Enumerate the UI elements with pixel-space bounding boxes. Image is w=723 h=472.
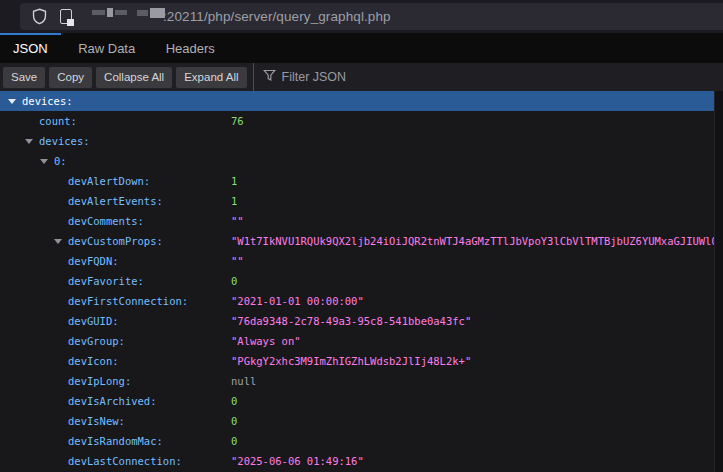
json-value: null [231,371,256,391]
json-viewer-tab-strip: JSON Raw Data Headers [0,33,723,63]
expander-arrow-icon[interactable] [8,99,16,104]
tab-json[interactable]: JSON [0,33,61,63]
redacted-host [92,3,167,30]
tree-row[interactable]: devGroup:"Always on" [0,331,714,351]
vertical-scrollbar[interactable] [714,91,723,472]
redacted-block [107,8,113,17]
json-key: devices: [22,91,73,111]
tree-row[interactable]: devIsNew:0 [0,411,714,431]
json-key: devIsArchived: [68,391,157,411]
tree-row[interactable]: devAlertDown:1 [0,171,714,191]
json-key: devIcon: [68,351,119,371]
json-key: devAlertDown: [68,171,150,191]
redacted-block [92,10,105,15]
json-key: devIpLong: [68,371,131,391]
tree-row[interactable]: devFQDN:"" [0,251,714,271]
json-value: "" [231,251,244,271]
json-rows: devices:count:76devices:0:devAlertDown:1… [0,91,723,471]
json-value: "76da9348-2c78-49a3-95c8-541bbe0a43fc" [231,311,471,331]
json-value: "Always on" [231,331,301,351]
json-key: devFavorite: [68,271,144,291]
redacted-block [115,10,127,15]
copy-button[interactable]: Copy [49,67,92,88]
json-value: "2021-01-01 00:00:00" [231,291,364,311]
json-tree: devices:count:76devices:0:devAlertDown:1… [0,91,723,472]
json-value: 0 [231,391,237,411]
tree-row[interactable]: devices: [0,131,714,151]
tab-raw-data[interactable]: Raw Data [65,33,148,63]
tree-row[interactable]: devLastConnection:"2025-06-06 01:49:16" [0,451,714,471]
tree-row[interactable]: count:76 [0,111,714,131]
json-key: devGUID: [68,311,119,331]
json-key: devComments: [68,211,144,231]
json-key: devFQDN: [68,251,119,271]
tree-row[interactable]: devFirstConnection:"2021-01-01 00:00:00" [0,291,714,311]
json-key: devices: [39,131,90,151]
json-key: devIsNew: [68,411,125,431]
browser-toolbar: :20211/php/server/query_graphql.php [0,0,723,33]
tree-row[interactable]: devFavorite:0 [0,271,714,291]
json-key: devFirstConnection: [68,291,188,311]
json-value: 1 [231,191,237,211]
json-value: 76 [231,111,244,131]
json-key: devIsRandomMac: [68,431,163,451]
tracking-protection-shield-icon[interactable] [31,8,48,29]
tab-headers[interactable]: Headers [153,33,228,63]
filter-json-input[interactable] [282,64,723,90]
page-info-icon[interactable] [60,9,72,24]
json-key: count: [39,111,77,131]
expander-arrow-icon[interactable] [54,239,62,244]
json-value: "PGkgY2xhc3M9ImZhIGZhLWdsb2JlIj48L2k+" [231,351,471,371]
collapse-all-button[interactable]: Collapse All [96,67,172,88]
tree-row[interactable]: 0: [0,151,714,171]
json-key: devGroup: [68,331,125,351]
tree-row[interactable]: devIsArchived:0 [0,391,714,411]
json-value: 0 [231,411,237,431]
json-value: 1 [231,171,237,191]
tree-row[interactable]: devGUID:"76da9348-2c78-49a3-95c8-541bbe0… [0,311,714,331]
redacted-block [137,10,148,16]
json-key: devLastConnection: [68,451,182,471]
json-value: "2025-06-06 01:49:16" [231,451,364,471]
expander-arrow-icon[interactable] [25,139,33,144]
json-value: 0 [231,271,237,291]
json-value: 0 [231,431,237,451]
url-text[interactable]: :20211/php/server/query_graphql.php [163,3,391,30]
tree-row[interactable]: devComments:"" [0,211,714,231]
expand-all-button[interactable]: Expand All [176,67,246,88]
json-viewer-toolbar: Save Copy Collapse All Expand All [0,63,723,91]
json-key: devAlertEvents: [68,191,163,211]
expander-arrow-icon[interactable] [40,159,48,164]
tree-row[interactable]: devIcon:"PGkgY2xhc3M9ImZhIGZhLWdsb2JlIj4… [0,351,714,371]
funnel-icon [263,68,276,86]
json-key: devCustomProps: [68,231,163,251]
json-value: "" [231,211,244,231]
json-key: 0: [54,151,67,171]
tree-row[interactable]: devCustomProps:"W1t7IkNVU1RQUk9QX2ljb24i… [0,231,714,251]
save-button[interactable]: Save [3,67,45,88]
tree-row[interactable]: devIpLong:null [0,371,714,391]
toolbar-divider [253,63,254,91]
firefox-json-viewer-window: :20211/php/server/query_graphql.php JSON… [0,0,723,472]
tree-row[interactable]: devices: [0,91,714,111]
json-value: "W1t7IkNVU1RQUk9QX2ljb24iOiJQR2tnWTJ4aGM… [231,231,723,251]
tree-row[interactable]: devIsRandomMac:0 [0,431,714,451]
tree-row[interactable]: devAlertEvents:1 [0,191,714,211]
address-bar[interactable]: :20211/php/server/query_graphql.php [20,3,723,30]
